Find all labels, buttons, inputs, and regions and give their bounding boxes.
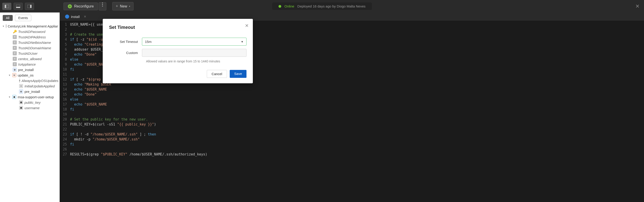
file-tab-label: install [71, 15, 80, 19]
svg-point-6 [70, 6, 70, 7]
file-tab-install[interactable]: install ✕ [65, 15, 86, 19]
text-icon: T [13, 57, 17, 61]
tree-label: CenturyLink Management Appliance [8, 24, 58, 28]
tree-item[interactable]: ≡ AlwaysApplyOSUpdates [1, 78, 58, 83]
status-online: Online [284, 4, 294, 8]
tree-label: TrustADUser [18, 52, 38, 55]
tree-label: TrustADIPAddress [18, 35, 46, 39]
tree-item[interactable]: T IsAppliance [1, 62, 58, 67]
text-icon: T [13, 35, 17, 39]
tree-label: pre_install [24, 90, 40, 94]
update-icon: U [12, 73, 16, 77]
tree-item[interactable]: ≡ InitialUpdateApplied [1, 83, 58, 89]
script-icon: ◎ [19, 89, 23, 94]
label-custom: Custom [109, 51, 142, 55]
timeout-select[interactable]: 15m ▼ [142, 38, 246, 46]
tab-all[interactable]: All [3, 15, 13, 21]
script-icon [65, 15, 69, 19]
tree-label: username [24, 106, 40, 110]
close-icon[interactable]: ✕ [636, 4, 640, 9]
file-icon: ▤ [19, 100, 23, 104]
script-icon: ◎ [13, 68, 17, 72]
modal-title: Set Timeout [109, 25, 246, 30]
gear-icon [68, 4, 72, 9]
window-controls [2, 3, 34, 10]
set-timeout-modal: Set Timeout ✕ Set Timeout 15m ▼ Custom A… [103, 19, 253, 83]
tree-item[interactable]: T TrustADDomainName [1, 45, 58, 51]
layout-bottom-btn[interactable] [14, 3, 23, 10]
timeout-value: 15m [145, 40, 152, 44]
save-button[interactable]: Save [230, 70, 246, 78]
tree-label: pre_install [18, 68, 34, 72]
tree-label: IsAppliance [18, 62, 36, 66]
hint-text: Allowed values are in range from 15 to 1… [146, 60, 246, 63]
reconfigure-group: Reconfigure + New ▾ [64, 2, 134, 11]
modal-close-icon[interactable]: ✕ [245, 23, 249, 28]
text-icon: T [13, 62, 17, 66]
row-custom: Custom [109, 49, 246, 57]
module-icon: ◉ [12, 95, 16, 99]
main-area: All Events ▼ CenturyLink Management Appl… [0, 13, 644, 202]
close-tab-icon[interactable]: ✕ [84, 15, 86, 18]
text-icon: T [13, 51, 17, 55]
svg-rect-1 [5, 5, 6, 8]
tree-item[interactable]: ▤ username [1, 105, 58, 111]
top-toolbar: Reconfigure + New ▾ Online Deployed 16 d… [0, 0, 644, 13]
appliance-icon [6, 24, 6, 28]
tree-label: update_os [18, 73, 34, 77]
chevron-down-icon[interactable]: ▼ [2, 25, 4, 28]
tree-root[interactable]: ▼ CenturyLink Management Appliance [1, 23, 58, 29]
tree-item-preinstall[interactable]: ◎ pre_install [1, 67, 58, 72]
layout-left-btn[interactable] [2, 3, 11, 10]
text-icon: T [13, 40, 17, 45]
tree-label: TrustADDomainName [18, 46, 51, 50]
lines-icon: ≡ [19, 79, 20, 83]
tree-item-msa[interactable]: ▼ ◉ msa-support-user-setup [1, 94, 58, 100]
label-timeout: Set Timeout [109, 40, 142, 44]
chevron-down-icon: ▾ [129, 5, 130, 8]
custom-input[interactable] [142, 49, 246, 57]
tree-label: AlwaysApplyOSUpdates [22, 79, 58, 83]
tree-label: InitialUpdateApplied [24, 84, 55, 88]
tree-label: msa-support-user-setup [18, 95, 54, 99]
cancel-button[interactable]: Cancel [207, 70, 227, 78]
tree-item[interactable]: 🔑 TrustADPassword [1, 29, 58, 34]
chevron-down-icon[interactable]: ▼ [8, 74, 11, 77]
tree-item[interactable]: T centos_allowed [1, 56, 58, 62]
svg-rect-5 [30, 5, 32, 8]
status-text: Deployed 16 days ago by Diogo Malta Neve… [298, 4, 366, 8]
text-icon: T [13, 46, 17, 50]
status-dot-icon [278, 5, 281, 8]
tree-item[interactable]: T TrustADUser [1, 51, 58, 56]
reconfigure-button[interactable]: Reconfigure [64, 3, 98, 10]
tree-label: public_key [24, 101, 40, 104]
file-icon: ▤ [19, 106, 23, 110]
tree-item[interactable]: T TrustADIPAddress [1, 34, 58, 40]
reconfigure-label: Reconfigure [74, 4, 94, 9]
tree-item[interactable]: ▤ public_key [1, 100, 58, 105]
tree-label: centos_allowed [18, 57, 42, 61]
chevron-down-icon: ▼ [241, 40, 244, 43]
tree-item[interactable]: T TrustADNetbiosName [1, 40, 58, 45]
lines-icon: ≡ [19, 84, 23, 88]
chevron-down-icon[interactable]: ▼ [8, 96, 11, 98]
gutter: 1234567891011121314151617181920212223242… [60, 21, 68, 157]
row-timeout: Set Timeout 15m ▼ [109, 38, 246, 46]
key-icon: 🔑 [13, 30, 17, 34]
tree-item-updateos[interactable]: ▼ U update_os [1, 72, 58, 78]
tree-label: TrustADPassword [18, 30, 45, 34]
filter-tabs: All Events [0, 13, 60, 23]
tree: ▼ CenturyLink Management Appliance 🔑 Tru… [0, 23, 60, 113]
svg-rect-3 [16, 7, 20, 8]
tree-label: TrustADNetbiosName [18, 41, 51, 45]
new-label: New [120, 4, 127, 9]
tab-events[interactable]: Events [15, 15, 32, 21]
sidebar: All Events ▼ CenturyLink Management Appl… [0, 13, 60, 202]
plus-icon: + [116, 4, 118, 9]
layout-right-btn[interactable] [25, 3, 34, 10]
tree-item[interactable]: ◎ pre_install [1, 89, 58, 94]
modal-footer: Cancel Save [109, 70, 246, 78]
status-pill: Online Deployed 16 days ago by Diogo Mal… [272, 3, 372, 10]
reconfigure-menu-button[interactable] [99, 2, 106, 11]
new-button[interactable]: + New ▾ [112, 2, 134, 11]
